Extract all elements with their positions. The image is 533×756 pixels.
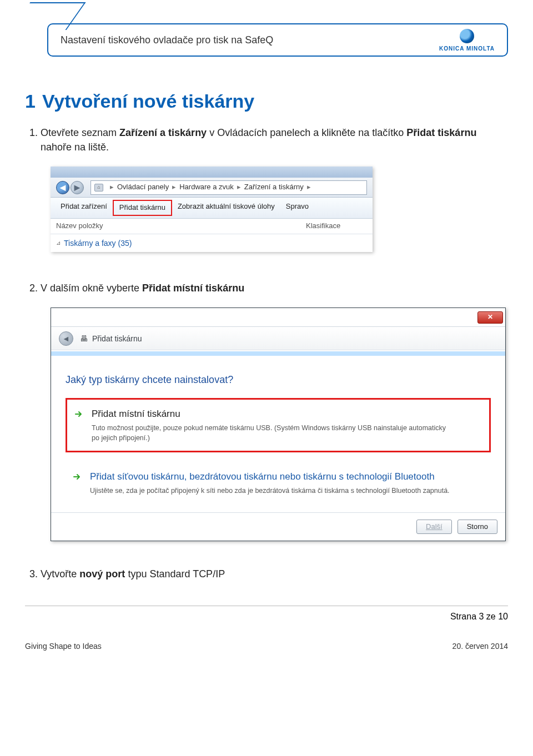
option-arrow-icon (72, 472, 82, 482)
step-1: Otevřete seznam Zařízení a tiskárny v Ov… (41, 125, 508, 252)
option-add-local-printer[interactable]: Přidat místní tiskárnu Tuto možnost použ… (66, 398, 491, 452)
column-headers: Název položky Klasifikace (51, 219, 373, 234)
category-label: Tiskárny a faxy (35) (64, 238, 132, 249)
option-network-title: Přidat síťovou tiskárnu, bezdrátovou tis… (90, 470, 450, 484)
brand-globe-icon (460, 29, 474, 43)
option-arrow-icon (74, 409, 84, 419)
wizard-back-button[interactable]: ◄ (59, 331, 73, 346)
section-title: Vytvoření nové tiskárny (42, 90, 254, 112)
step-list: Otevřete seznam Zařízení a tiskárny v Ov… (25, 125, 508, 581)
section-heading: 1Vytvoření nové tiskárny (25, 90, 508, 112)
wizard-cancel-button[interactable]: Storno (457, 520, 497, 534)
brand-logo: KONICA MINOLTA (439, 29, 495, 52)
explorer-nav-row: ◄ ► ⌂ ▸ Ovládací panely ▸ Hardware a zvu… (51, 178, 373, 198)
page-number: Strana 3 ze 10 (25, 612, 508, 622)
wizard-body: Jaký typ tiskárny chcete nainstalovat? P… (51, 365, 505, 512)
printer-icon: 🖶 (80, 333, 88, 344)
step-3: Vytvořte nový port typu Standard TCP/IP (41, 567, 508, 581)
toolbar-manage[interactable]: Spravo (280, 200, 314, 216)
wizard-heading: Jaký typ tiskárny chcete nainstalovat? (66, 372, 491, 387)
document-page: Nastavení tiskového ovladače pro tisk na… (0, 0, 533, 756)
option-local-title: Přidat místní tiskárnu (92, 407, 452, 421)
col-name[interactable]: Název položky (56, 221, 306, 231)
nav-back-button[interactable]: ◄ (56, 181, 69, 194)
screenshot-add-printer-wizard: ✕ ◄ 🖶 Přidat tiskárnu Jaký typ tiskárny … (51, 308, 506, 541)
wizard-footer: Další Storno (51, 512, 505, 541)
breadcrumb-icon: ⌂ (94, 184, 103, 191)
col-classification[interactable]: Klasifikace (306, 221, 367, 231)
screenshot-devices-and-printers: ◄ ► ⌂ ▸ Ovládací panely ▸ Hardware a zvu… (51, 167, 373, 252)
page-footer: Giving Shape to Ideas 20. červen 2014 (25, 642, 508, 651)
header-title: Nastavení tiskového ovladače pro tisk na… (61, 34, 273, 46)
footer-left: Giving Shape to Ideas (25, 642, 102, 651)
window-chrome (51, 167, 373, 178)
wizard-titlebar: ✕ (51, 308, 505, 327)
toolbar-add-printer[interactable]: Přidat tiskárnu (113, 200, 172, 216)
nav-forward-button[interactable]: ► (71, 181, 84, 194)
category-row-printers[interactable]: ⊿ Tiskárny a faxy (35) (51, 234, 373, 252)
step-2: V dalším okně vyberte Přidat místní tisk… (41, 281, 508, 541)
breadcrumb[interactable]: ⌂ ▸ Ovládací panely ▸ Hardware a zvuk ▸ … (90, 180, 367, 195)
brand-text: KONICA MINOLTA (439, 46, 495, 52)
toolbar-add-device[interactable]: Přidat zařízení (55, 200, 113, 216)
page-header: Nastavení tiskového ovladače pro tisk na… (25, 17, 508, 60)
wizard-next-button[interactable]: Další (416, 520, 452, 534)
crumb-2[interactable]: Hardware a zvuk (179, 182, 234, 193)
footer-rule (25, 606, 508, 606)
crumb-3[interactable]: Zařízení a tiskárny (244, 182, 304, 193)
option-local-desc: Tuto možnost použijte, pouze pokud nemát… (92, 424, 452, 443)
wizard-subtitle-bar: ◄ 🖶 Přidat tiskárnu (51, 327, 505, 350)
footer-right: 20. červen 2014 (452, 642, 508, 651)
wizard-accent-bar (51, 351, 505, 356)
option-add-network-printer[interactable]: Přidat síťovou tiskárnu, bezdrátovou tis… (66, 462, 491, 503)
collapse-caret-icon: ⊿ (56, 239, 61, 248)
wizard-title: Přidat tiskárnu (92, 333, 142, 344)
section-number: 1 (25, 90, 36, 112)
crumb-1[interactable]: Ovládací panely (117, 182, 169, 193)
window-close-button[interactable]: ✕ (477, 311, 503, 324)
header-card: Nastavení tiskového ovladače pro tisk na… (47, 23, 508, 57)
toolbar-show-jobs[interactable]: Zobrazit aktuální tiskové úlohy (172, 200, 280, 216)
option-network-desc: Ujistěte se, zda je počítač připojený k … (90, 486, 450, 496)
explorer-toolbar: Přidat zařízení Přidat tiskárnu Zobrazit… (51, 198, 373, 219)
